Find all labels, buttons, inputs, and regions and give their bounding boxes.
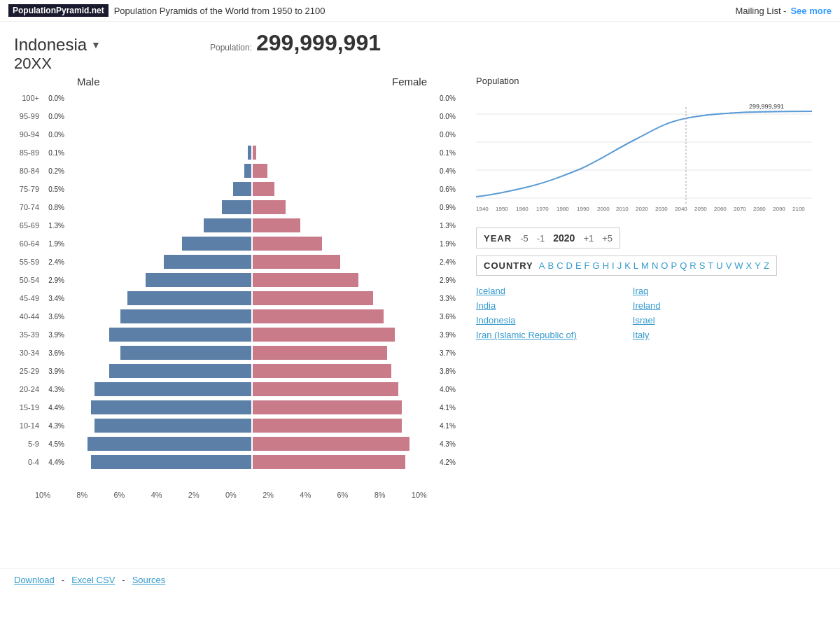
see-more-link[interactable]: See more [790, 6, 832, 16]
download-link[interactable]: Download [14, 575, 55, 585]
alpha-link-k[interactable]: K [624, 260, 631, 271]
alpha-link-o[interactable]: O [661, 260, 668, 271]
male-pct: 0.1% [42, 149, 64, 157]
male-side [64, 218, 251, 232]
male-side [64, 146, 251, 160]
pyramid-row: 15-19 4.4% 4.1% [14, 398, 462, 416]
alpha-link-p[interactable]: P [671, 260, 677, 271]
male-side [64, 255, 251, 269]
country-link[interactable]: Israel [633, 315, 661, 326]
alpha-link-n[interactable]: N [652, 260, 658, 271]
country-label: COUNTRY [484, 260, 533, 271]
male-pct: 4.3% [42, 386, 64, 393]
svg-text:1990: 1990 [577, 206, 589, 212]
country-dropdown-icon[interactable]: ▼ [91, 39, 101, 50]
alpha-link-g[interactable]: G [593, 260, 600, 271]
sources-link[interactable]: Sources [132, 575, 166, 585]
male-side [64, 309, 251, 323]
female-pct: 0.9% [440, 204, 462, 211]
alpha-link-t[interactable]: T [708, 260, 713, 271]
female-pct: 4.1% [440, 422, 462, 430]
country-link[interactable]: Iceland [476, 286, 577, 296]
female-side [253, 364, 440, 378]
country-link[interactable]: Italy [633, 330, 661, 340]
country-name: Indonesia [14, 35, 87, 55]
female-side [253, 328, 440, 342]
alpha-link-v[interactable]: V [726, 260, 732, 271]
alpha-link-d[interactable]: D [566, 260, 573, 271]
alpha-link-c[interactable]: C [556, 260, 563, 271]
age-label: 20-24 [14, 385, 42, 393]
male-bar [109, 328, 251, 342]
age-label: 75-79 [14, 185, 42, 193]
female-pct: 0.0% [440, 113, 462, 120]
alpha-link-e[interactable]: E [575, 260, 582, 271]
alpha-link-z[interactable]: Z [764, 260, 769, 271]
age-label: 55-59 [14, 258, 42, 266]
male-bar [244, 164, 251, 178]
alpha-link-y[interactable]: Y [755, 260, 761, 271]
country-link[interactable]: Indonesia [476, 315, 577, 326]
age-label: 80-84 [14, 167, 42, 175]
alpha-link-j[interactable]: J [617, 260, 622, 271]
footer: Download - Excel CSV - Sources [0, 568, 840, 591]
year-plus5-button[interactable]: +5 [602, 233, 612, 244]
male-pct: 0.5% [42, 186, 64, 193]
alpha-link-i[interactable]: I [612, 260, 615, 271]
alpha-link-h[interactable]: H [603, 260, 609, 271]
female-bar [253, 200, 286, 214]
alpha-link-f[interactable]: F [584, 260, 590, 271]
country-list: IcelandIndiaIndonesiaIran (Islamic Repub… [476, 286, 826, 340]
female-pct: 3.3% [440, 295, 462, 302]
male-bar [91, 400, 251, 414]
female-side [253, 273, 440, 287]
alpha-link-x[interactable]: X [746, 260, 752, 271]
svg-text:2040: 2040 [675, 206, 687, 212]
x-axis-label: 6% [337, 491, 349, 499]
year-minus1-button[interactable]: -1 [537, 233, 545, 244]
mailing-text: Mailing List - [735, 6, 786, 16]
alpha-link-s[interactable]: S [699, 260, 706, 271]
svg-text:1940: 1940 [476, 206, 489, 212]
female-side [253, 146, 440, 160]
male-side [64, 91, 251, 105]
male-side [64, 273, 251, 287]
alpha-link-q[interactable]: Q [680, 260, 687, 271]
female-pct: 3.7% [440, 349, 462, 357]
svg-text:2030: 2030 [655, 206, 668, 212]
header-tagline: Population Pyramids of the World from 19… [114, 6, 326, 16]
x-axis-label: 8% [374, 491, 386, 499]
age-label: 0-4 [14, 458, 42, 466]
excel-csv-link[interactable]: Excel CSV [71, 575, 115, 585]
country-link[interactable]: Iran (Islamic Republic of) [476, 330, 577, 340]
alpha-link-m[interactable]: M [641, 260, 649, 271]
country-link[interactable]: India [476, 300, 577, 311]
alpha-link-w[interactable]: W [734, 260, 743, 271]
male-bar [94, 419, 251, 433]
pyramid-row: 35-39 3.9% 3.9% [14, 326, 462, 344]
svg-text:2090: 2090 [773, 206, 785, 212]
year-plus1-button[interactable]: +1 [583, 233, 594, 244]
site-badge[interactable]: PopulationPyramid.net [8, 4, 108, 17]
alpha-link-u[interactable]: U [716, 260, 722, 271]
population-value: 299,999,991 [256, 30, 381, 56]
alpha-link-l[interactable]: L [634, 260, 638, 271]
separator2: - [122, 575, 125, 585]
year-minus5-button[interactable]: -5 [520, 233, 528, 244]
chart-label: Population [476, 76, 826, 86]
pyramid-row: 40-44 3.6% 3.6% [14, 307, 462, 326]
alpha-link-a[interactable]: A [539, 260, 545, 271]
male-side [64, 437, 251, 451]
male-bar [91, 455, 251, 469]
country-col2: IraqIrelandIsraelItaly [633, 286, 661, 340]
male-pct: 3.6% [42, 313, 64, 321]
svg-text:2100: 2100 [792, 206, 805, 212]
pyramid-row: 5-9 4.5% 4.3% [14, 435, 462, 453]
female-side [253, 400, 440, 414]
country-link[interactable]: Ireland [633, 300, 661, 311]
pyramid-row: 80-84 0.2% 0.4% [14, 162, 462, 180]
female-pct: 4.0% [440, 386, 462, 393]
country-link[interactable]: Iraq [633, 286, 661, 296]
alpha-link-b[interactable]: B [547, 260, 554, 271]
alpha-link-r[interactable]: R [690, 260, 696, 271]
